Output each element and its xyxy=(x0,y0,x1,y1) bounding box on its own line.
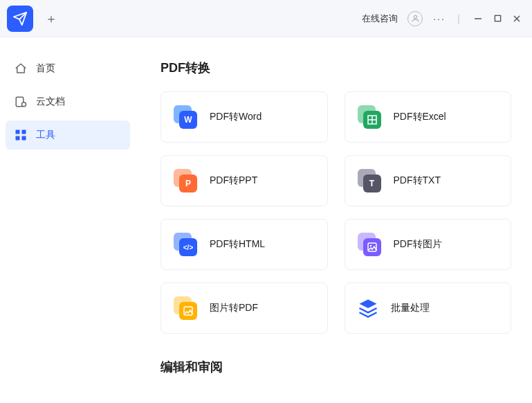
svg-rect-7 xyxy=(16,130,20,134)
card-image-to-pdf[interactable]: 图片转PDF xyxy=(160,283,328,334)
card-label: PDF转TXT xyxy=(394,174,441,187)
minimize-button[interactable] xyxy=(468,9,488,28)
excel-icon xyxy=(358,105,381,129)
new-tab-button[interactable]: ＋ xyxy=(40,8,62,30)
card-label: PDF转图片 xyxy=(394,238,442,251)
svg-point-6 xyxy=(22,102,26,107)
ppt-icon: P xyxy=(174,169,197,192)
svg-rect-2 xyxy=(495,15,500,21)
maximize-button[interactable] xyxy=(488,9,507,28)
main-content: PDF转换 W PDF转Word PDF转Excel P xyxy=(136,37,532,403)
svg-rect-8 xyxy=(22,130,26,134)
user-avatar[interactable] xyxy=(407,11,423,26)
pdf-convert-grid: W PDF转Word PDF转Excel P PDF转PPT xyxy=(160,91,511,334)
svg-rect-9 xyxy=(16,136,20,141)
pipe-divider: | xyxy=(449,9,468,28)
card-label: PDF转HTML xyxy=(210,238,265,251)
card-label: PDF转PPT xyxy=(210,174,257,187)
html-icon: </> xyxy=(174,233,197,256)
more-menu-button[interactable]: ··· xyxy=(430,9,449,28)
card-label: PDF转Word xyxy=(210,111,262,123)
svg-rect-10 xyxy=(22,136,26,141)
sidebar: 首页 云文档 工具 xyxy=(0,37,136,403)
card-label: 图片转PDF xyxy=(210,302,258,314)
sidebar-item-tools[interactable]: 工具 xyxy=(6,120,130,150)
svg-point-15 xyxy=(369,245,372,247)
layers-icon xyxy=(358,298,378,319)
word-icon: W xyxy=(174,105,197,129)
app-logo-icon xyxy=(7,6,33,32)
sidebar-item-cloud-docs[interactable]: 云文档 xyxy=(6,87,130,116)
card-pdf-to-excel[interactable]: PDF转Excel xyxy=(345,91,512,143)
online-consult-link[interactable]: 在线咨询 xyxy=(362,12,398,25)
section-title-pdf-convert: PDF转换 xyxy=(160,60,511,76)
svg-point-0 xyxy=(414,15,416,18)
titlebar: ＋ 在线咨询 ··· | xyxy=(0,0,532,37)
sidebar-item-home[interactable]: 首页 xyxy=(6,54,130,83)
image-icon xyxy=(358,233,381,256)
card-label: 批量处理 xyxy=(391,302,430,314)
sidebar-item-label: 工具 xyxy=(36,129,55,141)
card-pdf-to-txt[interactable]: T PDF转TXT xyxy=(345,155,512,206)
txt-icon: T xyxy=(358,169,381,192)
card-pdf-to-word[interactable]: W PDF转Word xyxy=(160,91,328,143)
card-pdf-to-image[interactable]: PDF转图片 xyxy=(345,219,512,270)
cloud-doc-icon xyxy=(14,95,28,109)
card-pdf-to-ppt[interactable]: P PDF转PPT xyxy=(160,155,328,206)
card-pdf-to-html[interactable]: </> PDF转HTML xyxy=(160,219,328,270)
card-label: PDF转Excel xyxy=(394,111,446,123)
card-batch-process[interactable]: 批量处理 xyxy=(345,283,512,334)
sidebar-item-label: 云文档 xyxy=(36,96,65,108)
sidebar-item-label: 首页 xyxy=(36,62,55,75)
home-icon xyxy=(14,62,28,75)
section-title-edit-review: 编辑和审阅 xyxy=(160,359,511,375)
grid-icon xyxy=(14,128,28,142)
close-button[interactable] xyxy=(507,9,526,28)
image-to-pdf-icon xyxy=(174,296,197,320)
